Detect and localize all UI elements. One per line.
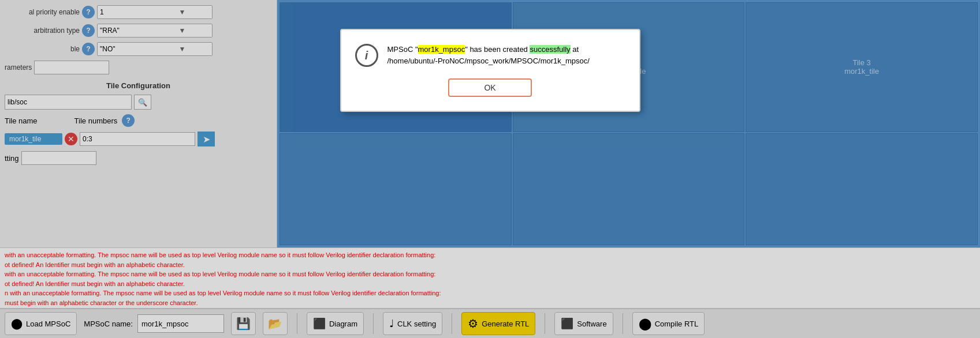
dialog-ok-button[interactable]: OK [448, 78, 531, 97]
dialog-message: MPSoC "mor1k_mpsoc" has been created suc… [387, 44, 625, 66]
dialog-ok-row: OK [355, 78, 625, 97]
dialog-success-word: successfully [530, 45, 570, 54]
dialog-msg-middle: " has been created [465, 45, 530, 54]
dialog-overlay: i MPSoC "mor1k_mpsoc" has been created s… [0, 0, 980, 338]
dialog: i MPSoC "mor1k_mpsoc" has been created s… [340, 29, 640, 112]
dialog-content: i MPSoC "mor1k_mpsoc" has been created s… [355, 44, 625, 67]
dialog-msg-before: MPSoC " [387, 45, 418, 54]
dialog-mpsoc-name: mor1k_mpsoc [418, 45, 465, 54]
info-icon: i [355, 44, 378, 67]
